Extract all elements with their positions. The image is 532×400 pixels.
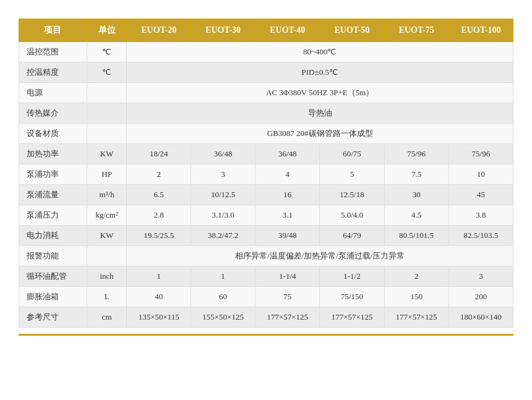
row-value: 80.5/101.5	[384, 226, 448, 246]
row-unit: ℃	[87, 62, 127, 83]
row-value: 177×57×125	[384, 307, 448, 328]
row-value: 6.5	[127, 185, 191, 205]
row-value: 200	[448, 287, 513, 307]
table-header-cell: EUOT-50	[320, 19, 384, 42]
table-row: 泵浦流量m³/h6.510/12.51612.5/183045	[19, 185, 513, 205]
table-row: 设备材质GB3087 20#碳钢管路一体成型	[19, 124, 513, 144]
table-row: 传热媒介导热油	[19, 103, 513, 124]
row-value: 5	[320, 164, 384, 185]
row-label: 加热功率	[19, 144, 87, 164]
table-row: 膨胀油箱L40607575/150150200	[19, 287, 513, 307]
row-merged-value: AC 3Φ380V 50HZ 3P+E（5m）	[127, 83, 513, 103]
row-value: 150	[384, 287, 448, 307]
row-value: 1-1/4	[255, 266, 320, 287]
table-header-cell: 项目	[19, 19, 87, 42]
row-merged-value: 相序异常/温度偏差/加热异常/泵浦过载/压力异常	[127, 246, 513, 266]
row-value: 45	[448, 185, 513, 205]
row-value: 2	[127, 164, 191, 185]
table-header-cell: EUOT-100	[448, 19, 513, 42]
row-merged-value: GB3087 20#碳钢管路一体成型	[127, 124, 513, 144]
table-header-row: 项目单位EUOT-20EUOT-30EUOT-40EUOT-50EUOT-75E…	[19, 19, 513, 42]
row-merged-value: 导热油	[127, 103, 513, 124]
row-value: 3.1/3.0	[191, 205, 255, 226]
row-value: 4	[255, 164, 320, 185]
row-value: 75/96	[448, 144, 513, 164]
table-header-cell: 单位	[87, 19, 127, 42]
table-row: 电力消耗KW19.5/25.538.2/47.239/4864/7980.5/1…	[19, 226, 513, 246]
row-unit	[87, 124, 127, 144]
table-row: 泵浦压力kg/cm²2.83.1/3.03.15.0/4.04.53.8	[19, 205, 513, 226]
row-label: 控温精度	[19, 62, 87, 83]
table-header-cell: EUOT-30	[191, 19, 255, 42]
row-unit: cm	[87, 307, 127, 328]
table-body: 温控范围℃80~400℃控温精度℃PID±0.5℃电源AC 3Φ380V 50H…	[19, 42, 513, 328]
row-unit: ℃	[87, 42, 127, 62]
row-unit	[87, 103, 127, 124]
row-value: 19.5/25.5	[127, 226, 191, 246]
row-value: 75/150	[320, 287, 384, 307]
row-value: 75	[255, 287, 320, 307]
row-unit: kg/cm²	[87, 205, 127, 226]
row-value: 75/96	[384, 144, 448, 164]
table-row: 参考尺寸cm135×50×115155×50×125177×57×125177×…	[19, 307, 513, 328]
row-value: 60/75	[320, 144, 384, 164]
row-value: 3.1	[255, 205, 320, 226]
table-row: 控温精度℃PID±0.5℃	[19, 62, 513, 83]
row-value: 18/24	[127, 144, 191, 164]
row-value: 1-1/2	[320, 266, 384, 287]
row-value: 4.5	[384, 205, 448, 226]
row-value: 135×50×115	[127, 307, 191, 328]
table-row: 温控范围℃80~400℃	[19, 42, 513, 62]
row-unit	[87, 246, 127, 266]
row-label: 传热媒介	[19, 103, 87, 124]
row-value: 180×60×140	[448, 307, 513, 328]
table-row: 电源AC 3Φ380V 50HZ 3P+E（5m）	[19, 83, 513, 103]
row-label: 循环油配管	[19, 266, 87, 287]
row-value: 10/12.5	[191, 185, 255, 205]
row-value: 3.8	[448, 205, 513, 226]
row-value: 5.0/4.0	[320, 205, 384, 226]
row-value: 1	[191, 266, 255, 287]
row-value: 16	[255, 185, 320, 205]
row-unit: KW	[87, 144, 127, 164]
row-value: 177×57×125	[320, 307, 384, 328]
row-unit: HP	[87, 164, 127, 185]
row-label: 报警功能	[19, 246, 87, 266]
row-label: 泵浦流量	[19, 185, 87, 205]
row-value: 36/48	[255, 144, 320, 164]
table-header-cell: EUOT-75	[384, 19, 448, 42]
row-merged-value: 80~400℃	[127, 42, 513, 62]
row-unit: L	[87, 287, 127, 307]
row-unit: KW	[87, 226, 127, 246]
table-row: 泵浦功率HP23457.510	[19, 164, 513, 185]
row-value: 10	[448, 164, 513, 185]
row-value: 30	[384, 185, 448, 205]
row-label: 膨胀油箱	[19, 287, 87, 307]
row-value: 3	[448, 266, 513, 287]
row-label: 参考尺寸	[19, 307, 87, 328]
row-unit: inch	[87, 266, 127, 287]
row-value: 2	[384, 266, 448, 287]
row-value: 3	[191, 164, 255, 185]
row-value: 177×57×125	[255, 307, 320, 328]
row-value: 36/48	[191, 144, 255, 164]
row-label: 设备材质	[19, 124, 87, 144]
row-value: 1	[127, 266, 191, 287]
row-value: 2.8	[127, 205, 191, 226]
table-row: 加热功率KW18/2436/4836/4860/7575/9675/96	[19, 144, 513, 164]
row-unit	[87, 83, 127, 103]
row-value: 64/79	[320, 226, 384, 246]
row-label: 泵浦功率	[19, 164, 87, 185]
table-row: 报警功能相序异常/温度偏差/加热异常/泵浦过载/压力异常	[19, 246, 513, 266]
table-header-cell: EUOT-20	[127, 19, 191, 42]
row-unit: m³/h	[87, 185, 127, 205]
row-label: 泵浦压力	[19, 205, 87, 226]
row-value: 39/48	[255, 226, 320, 246]
row-label: 温控范围	[19, 42, 87, 62]
row-value: 12.5/18	[320, 185, 384, 205]
params-table: 项目单位EUOT-20EUOT-30EUOT-40EUOT-50EUOT-75E…	[19, 19, 513, 328]
row-value: 40	[127, 287, 191, 307]
page: 项目单位EUOT-20EUOT-30EUOT-40EUOT-50EUOT-75E…	[0, 0, 532, 348]
row-label: 电力消耗	[19, 226, 87, 246]
row-value: 38.2/47.2	[191, 226, 255, 246]
